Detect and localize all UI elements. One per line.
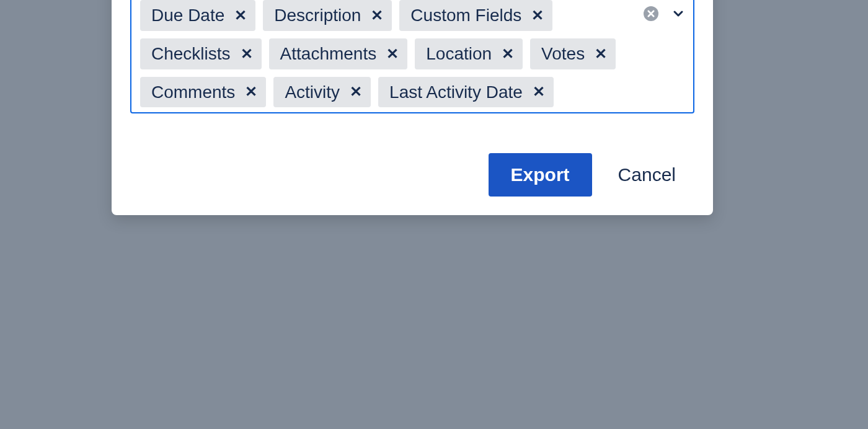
chip-custom-fields: Custom Fields ✕ [399,0,552,31]
remove-icon[interactable]: ✕ [533,84,545,99]
remove-icon[interactable]: ✕ [595,46,607,61]
chip-label: Last Activity Date [389,81,523,104]
export-button[interactable]: Export [489,153,592,197]
cancel-button[interactable]: Cancel [618,164,676,185]
chip-label: Custom Fields [410,4,521,27]
chip-label: Votes [541,42,585,66]
chip-attachments: Attachments ✕ [269,38,408,69]
remove-icon[interactable]: ✕ [386,46,399,61]
chip-label: Comments [151,81,235,104]
dialog-actions: Export Cancel [130,153,694,197]
chip-last-activity-date: Last Activity Date ✕ [378,77,554,108]
multiselect-controls [644,6,684,21]
chip-checklists: Checklists ✕ [140,38,262,69]
chip-label: Activity [285,81,340,104]
remove-icon[interactable]: ✕ [350,84,362,99]
chip-votes: Votes ✕ [530,38,616,69]
remove-icon[interactable]: ✕ [502,46,514,61]
chip-description: Description ✕ [263,0,392,31]
chip-label: Checklists [151,42,231,66]
chip-location: Location ✕ [415,38,523,69]
clear-all-icon[interactable] [644,6,658,21]
export-dialog: Due Date ✕ Description ✕ Custom Fields ✕… [112,0,713,215]
remove-icon[interactable]: ✕ [234,8,247,23]
remove-icon[interactable]: ✕ [531,8,544,23]
chip-label: Location [426,42,492,66]
remove-icon[interactable]: ✕ [241,46,253,61]
chip-activity: Activity ✕ [273,77,371,108]
chip-due-date: Due Date ✕ [140,0,255,31]
chevron-down-icon[interactable] [672,7,684,20]
fields-multiselect[interactable]: Due Date ✕ Description ✕ Custom Fields ✕… [130,0,694,113]
chip-label: Attachments [280,42,377,66]
chip-label: Description [274,4,361,27]
chip-label: Due Date [151,4,224,27]
remove-icon[interactable]: ✕ [245,84,257,99]
remove-icon[interactable]: ✕ [371,8,383,23]
chip-comments: Comments ✕ [140,77,266,108]
